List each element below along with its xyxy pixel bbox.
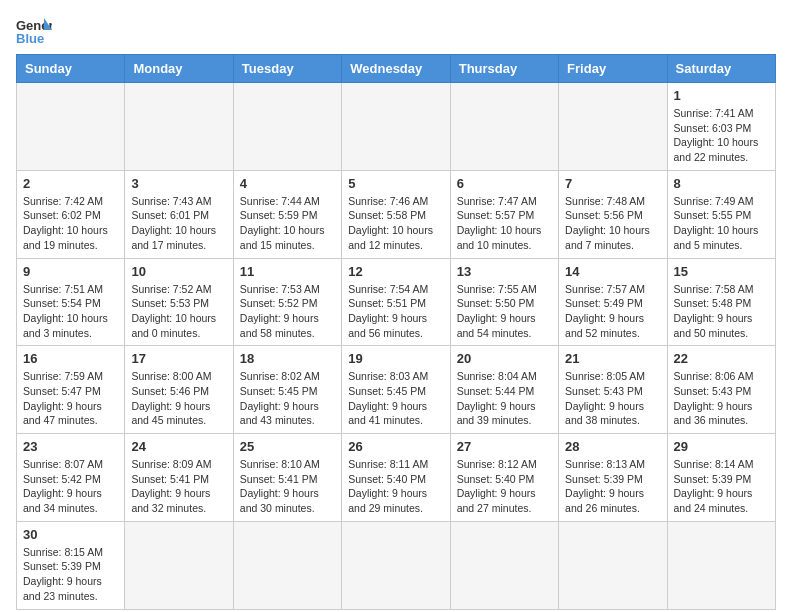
calendar-header-row: SundayMondayTuesdayWednesdayThursdayFrid… [17,55,776,83]
day-info: Sunrise: 8:11 AM Sunset: 5:40 PM Dayligh… [348,457,443,516]
calendar-day-cell: 21Sunrise: 8:05 AM Sunset: 5:43 PM Dayli… [559,346,667,434]
calendar-week-row: 9Sunrise: 7:51 AM Sunset: 5:54 PM Daylig… [17,258,776,346]
day-number: 4 [240,176,335,191]
day-number: 26 [348,439,443,454]
calendar-day-cell [450,521,558,609]
column-header-wednesday: Wednesday [342,55,450,83]
day-number: 8 [674,176,769,191]
calendar-day-cell [559,521,667,609]
day-info: Sunrise: 8:13 AM Sunset: 5:39 PM Dayligh… [565,457,660,516]
logo: General Blue [16,16,52,46]
day-info: Sunrise: 7:58 AM Sunset: 5:48 PM Dayligh… [674,282,769,341]
day-info: Sunrise: 8:04 AM Sunset: 5:44 PM Dayligh… [457,369,552,428]
calendar-day-cell: 19Sunrise: 8:03 AM Sunset: 5:45 PM Dayli… [342,346,450,434]
calendar-week-row: 23Sunrise: 8:07 AM Sunset: 5:42 PM Dayli… [17,434,776,522]
day-number: 24 [131,439,226,454]
calendar-week-row: 30Sunrise: 8:15 AM Sunset: 5:39 PM Dayli… [17,521,776,609]
column-header-friday: Friday [559,55,667,83]
day-number: 3 [131,176,226,191]
page-header: General Blue [16,16,776,46]
calendar-day-cell [450,83,558,171]
day-number: 5 [348,176,443,191]
day-number: 29 [674,439,769,454]
calendar-day-cell: 6Sunrise: 7:47 AM Sunset: 5:57 PM Daylig… [450,170,558,258]
day-number: 11 [240,264,335,279]
calendar-day-cell: 20Sunrise: 8:04 AM Sunset: 5:44 PM Dayli… [450,346,558,434]
calendar-day-cell: 18Sunrise: 8:02 AM Sunset: 5:45 PM Dayli… [233,346,341,434]
day-info: Sunrise: 7:44 AM Sunset: 5:59 PM Dayligh… [240,194,335,253]
day-info: Sunrise: 7:57 AM Sunset: 5:49 PM Dayligh… [565,282,660,341]
day-info: Sunrise: 7:53 AM Sunset: 5:52 PM Dayligh… [240,282,335,341]
calendar-day-cell: 24Sunrise: 8:09 AM Sunset: 5:41 PM Dayli… [125,434,233,522]
day-number: 21 [565,351,660,366]
day-info: Sunrise: 7:41 AM Sunset: 6:03 PM Dayligh… [674,106,769,165]
day-info: Sunrise: 7:46 AM Sunset: 5:58 PM Dayligh… [348,194,443,253]
day-number: 19 [348,351,443,366]
column-header-sunday: Sunday [17,55,125,83]
calendar-day-cell: 28Sunrise: 8:13 AM Sunset: 5:39 PM Dayli… [559,434,667,522]
day-info: Sunrise: 7:43 AM Sunset: 6:01 PM Dayligh… [131,194,226,253]
calendar-day-cell: 16Sunrise: 7:59 AM Sunset: 5:47 PM Dayli… [17,346,125,434]
calendar-day-cell: 29Sunrise: 8:14 AM Sunset: 5:39 PM Dayli… [667,434,775,522]
day-number: 6 [457,176,552,191]
day-number: 9 [23,264,118,279]
day-info: Sunrise: 8:15 AM Sunset: 5:39 PM Dayligh… [23,545,118,604]
day-number: 10 [131,264,226,279]
calendar-day-cell [17,83,125,171]
calendar-week-row: 16Sunrise: 7:59 AM Sunset: 5:47 PM Dayli… [17,346,776,434]
calendar-day-cell [667,521,775,609]
calendar-day-cell: 14Sunrise: 7:57 AM Sunset: 5:49 PM Dayli… [559,258,667,346]
calendar-day-cell [342,83,450,171]
column-header-saturday: Saturday [667,55,775,83]
calendar-day-cell [233,521,341,609]
calendar-day-cell: 25Sunrise: 8:10 AM Sunset: 5:41 PM Dayli… [233,434,341,522]
day-number: 22 [674,351,769,366]
calendar-day-cell: 13Sunrise: 7:55 AM Sunset: 5:50 PM Dayli… [450,258,558,346]
calendar-day-cell: 2Sunrise: 7:42 AM Sunset: 6:02 PM Daylig… [17,170,125,258]
calendar-week-row: 1Sunrise: 7:41 AM Sunset: 6:03 PM Daylig… [17,83,776,171]
day-info: Sunrise: 7:52 AM Sunset: 5:53 PM Dayligh… [131,282,226,341]
calendar-day-cell [125,521,233,609]
day-info: Sunrise: 8:09 AM Sunset: 5:41 PM Dayligh… [131,457,226,516]
day-info: Sunrise: 7:59 AM Sunset: 5:47 PM Dayligh… [23,369,118,428]
calendar-day-cell: 22Sunrise: 8:06 AM Sunset: 5:43 PM Dayli… [667,346,775,434]
column-header-tuesday: Tuesday [233,55,341,83]
day-number: 27 [457,439,552,454]
day-info: Sunrise: 8:00 AM Sunset: 5:46 PM Dayligh… [131,369,226,428]
calendar-day-cell: 23Sunrise: 8:07 AM Sunset: 5:42 PM Dayli… [17,434,125,522]
day-info: Sunrise: 8:02 AM Sunset: 5:45 PM Dayligh… [240,369,335,428]
day-number: 1 [674,88,769,103]
calendar-day-cell: 11Sunrise: 7:53 AM Sunset: 5:52 PM Dayli… [233,258,341,346]
day-number: 13 [457,264,552,279]
calendar-day-cell: 5Sunrise: 7:46 AM Sunset: 5:58 PM Daylig… [342,170,450,258]
day-info: Sunrise: 7:42 AM Sunset: 6:02 PM Dayligh… [23,194,118,253]
day-info: Sunrise: 7:49 AM Sunset: 5:55 PM Dayligh… [674,194,769,253]
day-info: Sunrise: 7:54 AM Sunset: 5:51 PM Dayligh… [348,282,443,341]
day-number: 16 [23,351,118,366]
day-info: Sunrise: 8:07 AM Sunset: 5:42 PM Dayligh… [23,457,118,516]
day-info: Sunrise: 7:51 AM Sunset: 5:54 PM Dayligh… [23,282,118,341]
calendar-day-cell: 9Sunrise: 7:51 AM Sunset: 5:54 PM Daylig… [17,258,125,346]
day-number: 17 [131,351,226,366]
calendar-day-cell: 1Sunrise: 7:41 AM Sunset: 6:03 PM Daylig… [667,83,775,171]
calendar-day-cell: 7Sunrise: 7:48 AM Sunset: 5:56 PM Daylig… [559,170,667,258]
calendar-day-cell: 10Sunrise: 7:52 AM Sunset: 5:53 PM Dayli… [125,258,233,346]
calendar-day-cell [559,83,667,171]
calendar-day-cell: 17Sunrise: 8:00 AM Sunset: 5:46 PM Dayli… [125,346,233,434]
day-number: 20 [457,351,552,366]
day-info: Sunrise: 7:48 AM Sunset: 5:56 PM Dayligh… [565,194,660,253]
calendar-day-cell: 26Sunrise: 8:11 AM Sunset: 5:40 PM Dayli… [342,434,450,522]
day-info: Sunrise: 8:03 AM Sunset: 5:45 PM Dayligh… [348,369,443,428]
calendar-day-cell: 3Sunrise: 7:43 AM Sunset: 6:01 PM Daylig… [125,170,233,258]
day-number: 30 [23,527,118,542]
column-header-monday: Monday [125,55,233,83]
calendar-day-cell: 27Sunrise: 8:12 AM Sunset: 5:40 PM Dayli… [450,434,558,522]
column-header-thursday: Thursday [450,55,558,83]
day-number: 15 [674,264,769,279]
calendar-day-cell [342,521,450,609]
calendar-week-row: 2Sunrise: 7:42 AM Sunset: 6:02 PM Daylig… [17,170,776,258]
day-number: 28 [565,439,660,454]
day-number: 14 [565,264,660,279]
day-number: 23 [23,439,118,454]
day-info: Sunrise: 7:47 AM Sunset: 5:57 PM Dayligh… [457,194,552,253]
